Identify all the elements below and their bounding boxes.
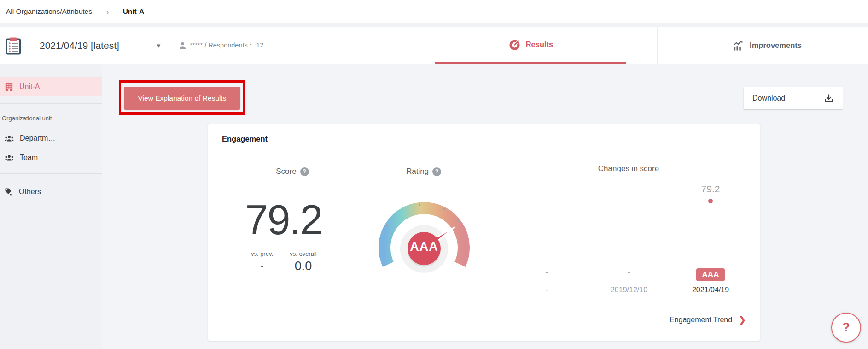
respondents-label: ***** / Respondents： 12 — [190, 41, 263, 50]
sidebar-item-label: Departm… — [20, 134, 55, 142]
sidebar: Unit-A Organizational unit Departm… — [0, 64, 102, 349]
vs-prev-label: vs. prev. — [244, 250, 280, 257]
vs-overall-block: vs. overall 0.0 — [279, 250, 327, 273]
survey-date-label: 2021/04/19 [latest] — [40, 40, 119, 51]
sidebar-item-label: Team — [20, 154, 38, 162]
sidebar-divider — [0, 173, 102, 174]
breadcrumb-current: Unit-A — [123, 7, 145, 16]
data-point-dot — [708, 199, 713, 203]
download-icon — [824, 93, 834, 103]
score-header: Score ? — [256, 167, 329, 176]
sidebar-item-team[interactable]: Team — [0, 148, 102, 167]
chart-column: - - — [510, 124, 583, 300]
group-icon — [5, 154, 14, 162]
tab-results-label: Results — [526, 40, 553, 49]
survey-clipboard-icon — [6, 37, 21, 57]
tab-results[interactable]: Results — [435, 27, 626, 64]
gauge-icon — [508, 38, 521, 51]
header-bar: 2021/04/19 [latest] ▾ ***** / Respondent… — [0, 27, 868, 64]
breadcrumb-chevron-icon: › — [106, 7, 109, 16]
sidebar-item-unit-a[interactable]: Unit-A — [0, 77, 102, 96]
tabs-divider — [657, 27, 658, 64]
download-label: Download — [752, 94, 785, 102]
rating-badge-cell: AAA — [674, 268, 747, 282]
score-label: Score — [276, 167, 296, 176]
survey-date-selector[interactable]: 2021/04/19 [latest] ▾ — [40, 27, 160, 64]
sidebar-divider — [0, 103, 102, 104]
download-button[interactable]: Download — [744, 87, 843, 109]
sidebar-item-department[interactable]: Departm… — [0, 129, 102, 148]
date-label: 2021/04/19 — [674, 286, 747, 294]
score-help-icon[interactable]: ? — [300, 167, 309, 176]
dropdown-caret-icon: ▾ — [157, 41, 161, 50]
engagement-trend-label: Engagement Trend — [670, 316, 732, 324]
chart-guide-line — [629, 175, 629, 263]
engagement-trend-link[interactable]: Engagement Trend ❯ — [670, 314, 746, 325]
app-root: All Organizations/Attributes › Unit-A 20… — [0, 0, 868, 349]
rating-header: Rating ? — [387, 167, 460, 176]
data-point-value: 79.2 — [674, 183, 747, 195]
person-icon — [179, 41, 186, 49]
view-explanation-button[interactable]: View Explanation of Results — [124, 87, 240, 110]
tab-improvements[interactable]: Improvements — [677, 27, 856, 64]
sidebar-item-others[interactable]: Others — [0, 182, 102, 201]
vs-prev-block: vs. prev. - — [244, 250, 280, 272]
vs-prev-value: - — [244, 261, 280, 272]
rating-help-icon[interactable]: ? — [432, 167, 441, 176]
sidebar-section-label: Organizational unit — [2, 115, 52, 122]
date-label: 2019/12/10 — [592, 286, 666, 294]
breadcrumb-root-link[interactable]: All Organizations/Attributes — [6, 7, 92, 16]
card-title: Engagement — [222, 135, 268, 143]
rating-dash: - — [592, 268, 666, 282]
chart-column: 79.2 AAA 2021/04/19 — [674, 124, 747, 300]
help-fab-button[interactable]: ? — [831, 313, 861, 343]
chart-guide-line — [547, 175, 547, 263]
group-icon — [5, 135, 14, 142]
date-label: - — [510, 286, 583, 294]
respondents-info: ***** / Respondents： 12 — [179, 27, 263, 64]
vs-overall-value: 0.0 — [279, 259, 327, 273]
breadcrumb: All Organizations/Attributes › Unit-A — [0, 0, 868, 23]
sidebar-item-label: Unit-A — [19, 83, 40, 91]
tab-improvements-label: Improvements — [750, 41, 802, 50]
rating-label: Rating — [406, 167, 429, 176]
tag-icon — [5, 188, 13, 196]
rating-dash: - — [510, 268, 583, 282]
chevron-right-icon: ❯ — [739, 314, 746, 325]
building-icon — [5, 82, 13, 91]
rating-badge: AAA — [696, 268, 725, 281]
score-value: 79.2 — [224, 199, 344, 241]
chart-increase-icon — [732, 39, 745, 52]
engagement-card: Engagement Score ? 79.2 vs. prev. - vs. … — [208, 124, 760, 341]
vs-overall-label: vs. overall — [279, 250, 327, 257]
rating-value: AAA — [378, 240, 470, 254]
sidebar-item-label: Others — [19, 188, 41, 196]
chart-column: - 2019/12/10 — [592, 124, 666, 300]
